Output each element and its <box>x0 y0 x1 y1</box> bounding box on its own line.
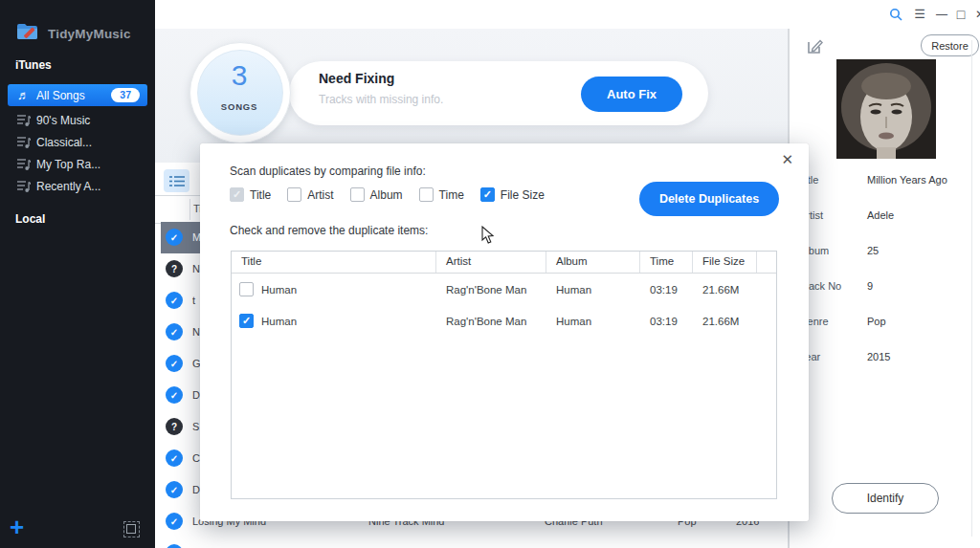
row-checkbox[interactable] <box>239 282 254 296</box>
app-window: ☰ — □ ✕ Need Fixing Tracks with missing … <box>0 0 980 548</box>
duplicates-table-header[interactable]: Title Artist Album Time File Size <box>232 252 776 274</box>
track-info-panel: Restore Title Million Years Ago Artist A… <box>789 29 980 548</box>
album-checkbox[interactable] <box>350 187 365 202</box>
track-unknown-icon[interactable]: ? <box>166 260 183 277</box>
identify-button[interactable]: Identify <box>832 483 939 514</box>
artist-checkbox[interactable] <box>287 187 301 202</box>
sidebar-section-itunes: iTunes <box>15 58 52 72</box>
mouse-cursor <box>481 226 495 249</box>
maximize-icon[interactable]: □ <box>951 0 970 29</box>
sidebar-section-local: Local <box>15 212 45 226</box>
field-value: 2015 <box>867 351 890 362</box>
list-view-icon[interactable] <box>164 169 189 192</box>
field-value: Million Years Ago <box>867 174 947 186</box>
scan-label: Scan duplicates by comparing file info: <box>230 164 426 178</box>
minimize-icon[interactable]: — <box>932 0 951 29</box>
sidebar-item-all-songs[interactable]: ♬ All Songs 37 <box>8 84 147 106</box>
music-note-icon: ♬ <box>17 88 36 102</box>
track-ok-icon[interactable]: ✓ <box>166 323 183 340</box>
menu-icon[interactable]: ☰ <box>909 0 930 29</box>
field-value: 9 <box>867 280 873 292</box>
search-icon[interactable] <box>885 0 906 29</box>
playlist-icon <box>17 114 36 126</box>
sidebar-item-my-top-rated[interactable]: My Top Ra... <box>8 153 147 175</box>
track-ok-icon[interactable]: ✓ <box>166 386 183 404</box>
dialog-close-icon[interactable]: ✕ <box>777 149 797 170</box>
track-ok-icon[interactable]: ✓ <box>166 513 183 530</box>
sidebar-item-recently-added[interactable]: Recently A... <box>8 175 147 197</box>
title-checkbox[interactable] <box>230 187 244 202</box>
field-value: Pop <box>867 316 886 327</box>
duplicate-row: Human Rag'n'Bone Man Human 03:19 21.66M <box>232 305 776 337</box>
field-value: 25 <box>867 245 879 256</box>
sidebar-item-classical[interactable]: Classical... <box>8 131 147 153</box>
close-window-icon[interactable]: ✕ <box>970 0 980 29</box>
banner-subtitle: Tracks with missing info. <box>319 93 443 106</box>
song-count-badge: 37 <box>111 88 140 102</box>
time-checkbox[interactable] <box>419 187 434 202</box>
track-ok-icon[interactable]: ✓ <box>166 355 183 372</box>
filesize-checkbox[interactable] <box>480 187 495 202</box>
track-ok-icon[interactable]: ✓ <box>166 449 183 467</box>
sidebar-item-90s-music[interactable]: 90's Music <box>8 109 147 131</box>
auto-fix-button[interactable]: Auto Fix <box>581 77 682 112</box>
playlist-icon <box>17 136 36 148</box>
songs-count: 3 <box>197 59 281 92</box>
album-art <box>836 59 936 159</box>
playlist-icon <box>17 158 36 170</box>
duplicate-row: Human Rag'n'Bone Man Human 03:19 21.66M <box>232 274 776 305</box>
duplicates-dialog: ✕ Scan duplicates by comparing file info… <box>200 143 809 521</box>
delete-duplicates-button[interactable]: Delete Duplicates <box>639 182 779 216</box>
duplicates-table: Title Artist Album Time File Size Human … <box>231 251 777 499</box>
titlebar: ☰ — □ ✕ <box>155 0 980 30</box>
filter-checkboxes: Title Artist Album Time File Size <box>230 187 545 202</box>
instruction-label: Check and remove the duplicate items: <box>230 224 428 237</box>
track-unknown-icon[interactable]: ? <box>166 418 183 435</box>
songs-count-unit: SONGS <box>197 101 281 112</box>
compact-mode-icon[interactable] <box>123 521 140 537</box>
sidebar: TidyMyMusic iTunes ♬ All Songs 37 90's M… <box>0 0 155 548</box>
banner-title: Need Fixing <box>319 71 394 86</box>
track-ok-icon[interactable]: ✓ <box>166 544 183 548</box>
restore-button[interactable]: Restore <box>921 34 979 56</box>
track-ok-icon[interactable]: ✓ <box>166 481 183 498</box>
table-row[interactable]: ✓ <box>155 537 788 548</box>
row-checkbox[interactable] <box>239 314 254 328</box>
app-title: TidyMyMusic <box>48 27 131 41</box>
field-value: Adele <box>867 209 894 221</box>
edit-icon[interactable] <box>806 37 824 59</box>
track-ok-icon[interactable]: ✓ <box>166 292 183 309</box>
scrollbar-track[interactable] <box>971 40 972 537</box>
add-button[interactable]: + <box>10 515 24 539</box>
app-logo-icon <box>15 21 40 46</box>
track-ok-icon[interactable]: ✓ <box>166 229 183 246</box>
playlist-icon <box>17 180 36 192</box>
